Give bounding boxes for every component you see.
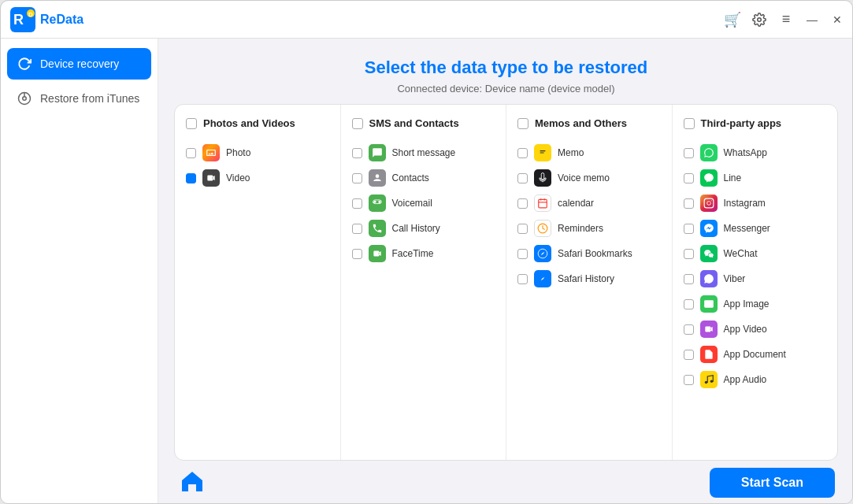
item-contacts[interactable]: Contacts bbox=[352, 165, 495, 191]
instagram-icon bbox=[700, 195, 718, 212]
settings-icon[interactable] bbox=[751, 12, 767, 28]
call-history-checkbox[interactable] bbox=[352, 224, 362, 234]
third-party-title: Third-party apps bbox=[701, 117, 782, 129]
minimize-button[interactable]: — bbox=[805, 13, 819, 27]
item-call-history[interactable]: Call History bbox=[352, 216, 495, 241]
logo-icon: R D bbox=[10, 7, 35, 32]
messenger-icon bbox=[700, 220, 718, 237]
category-photos-videos: Photos and Videos Photo bbox=[175, 105, 341, 460]
photo-checkbox[interactable] bbox=[186, 148, 196, 158]
reminders-checkbox[interactable] bbox=[517, 224, 528, 234]
titlebar-actions: 🛒 ≡ — ✕ bbox=[725, 12, 844, 28]
calendar-label: calendar bbox=[558, 198, 594, 209]
voicemail-icon bbox=[369, 195, 386, 212]
menu-icon[interactable]: ≡ bbox=[778, 12, 794, 28]
home-button[interactable] bbox=[177, 466, 207, 499]
item-facetime[interactable]: FaceTime bbox=[352, 241, 495, 266]
facetime-icon bbox=[369, 245, 386, 262]
memos-others-checkbox[interactable] bbox=[517, 118, 528, 129]
voicemail-label: Voicemail bbox=[392, 198, 432, 209]
whatsapp-label: WhatsApp bbox=[724, 147, 767, 158]
messenger-checkbox[interactable] bbox=[684, 224, 694, 234]
messenger-label: Messenger bbox=[724, 223, 770, 234]
wechat-label: WeChat bbox=[724, 248, 758, 259]
sidebar-item-restore-itunes[interactable]: Restore from iTunes bbox=[7, 83, 151, 114]
photos-videos-checkbox[interactable] bbox=[186, 118, 197, 129]
app-image-label: App Image bbox=[724, 298, 770, 309]
cart-icon[interactable]: 🛒 bbox=[725, 12, 740, 28]
item-messenger[interactable]: Messenger bbox=[684, 216, 827, 241]
item-wechat[interactable]: WeChat bbox=[684, 241, 827, 266]
item-app-image[interactable]: App Image bbox=[684, 291, 827, 317]
item-memo[interactable]: Memo bbox=[517, 140, 661, 165]
app-document-checkbox[interactable] bbox=[684, 350, 694, 360]
item-viber[interactable]: Viber bbox=[684, 266, 827, 291]
whatsapp-checkbox[interactable] bbox=[684, 148, 694, 158]
sms-contacts-title: SMS and Contacts bbox=[369, 117, 459, 129]
contacts-label: Contacts bbox=[392, 172, 429, 183]
svg-point-9 bbox=[378, 201, 380, 203]
safari-history-checkbox[interactable] bbox=[517, 274, 528, 284]
svg-text:D: D bbox=[28, 11, 33, 18]
memo-icon bbox=[534, 144, 551, 161]
close-button[interactable]: ✕ bbox=[830, 13, 844, 27]
safari-bookmarks-icon bbox=[534, 245, 551, 262]
item-calendar[interactable]: calendar bbox=[517, 191, 661, 216]
item-safari-history[interactable]: Safari History bbox=[517, 266, 661, 291]
video-label: Video bbox=[226, 172, 250, 183]
short-message-checkbox[interactable] bbox=[352, 148, 362, 158]
content-area: Select the data type to be restored Conn… bbox=[158, 39, 853, 504]
device-subtitle: Connected device: Device name (device mo… bbox=[158, 83, 853, 94]
line-checkbox[interactable] bbox=[684, 173, 694, 183]
app-video-icon bbox=[700, 321, 718, 338]
item-voice-memo[interactable]: Voice memo bbox=[517, 165, 661, 191]
itunes-icon bbox=[17, 91, 32, 106]
photos-videos-title: Photos and Videos bbox=[203, 117, 295, 129]
voice-memo-checkbox[interactable] bbox=[517, 173, 528, 183]
item-reminders[interactable]: Reminders bbox=[517, 216, 661, 241]
third-party-checkbox[interactable] bbox=[684, 118, 695, 129]
app-image-checkbox[interactable] bbox=[684, 299, 694, 309]
item-app-audio[interactable]: App Audio bbox=[684, 367, 827, 392]
item-photo[interactable]: Photo bbox=[186, 140, 329, 165]
viber-checkbox[interactable] bbox=[684, 274, 694, 284]
item-video[interactable]: Video bbox=[186, 165, 329, 191]
safari-bookmarks-checkbox[interactable] bbox=[517, 249, 528, 259]
calendar-checkbox[interactable] bbox=[517, 198, 528, 209]
call-history-icon bbox=[369, 220, 386, 237]
instagram-label: Instagram bbox=[724, 198, 766, 209]
item-safari-bookmarks[interactable]: Safari Bookmarks bbox=[517, 241, 661, 266]
contacts-checkbox[interactable] bbox=[352, 173, 362, 183]
item-voicemail[interactable]: Voicemail bbox=[352, 191, 495, 216]
app-logo: R D ReData bbox=[10, 7, 83, 32]
item-whatsapp[interactable]: WhatsApp bbox=[684, 140, 827, 165]
sidebar-item-device-recovery[interactable]: Device recovery bbox=[7, 48, 151, 80]
instagram-checkbox[interactable] bbox=[684, 198, 694, 209]
app-window: R D ReData 🛒 ≡ — ✕ bbox=[1, 1, 853, 504]
memo-checkbox[interactable] bbox=[517, 148, 528, 158]
viber-label: Viber bbox=[724, 273, 746, 284]
memo-label: Memo bbox=[558, 147, 584, 158]
item-app-video[interactable]: App Video bbox=[684, 317, 827, 342]
svg-rect-10 bbox=[539, 199, 547, 208]
viber-icon bbox=[700, 270, 718, 287]
app-audio-checkbox[interactable] bbox=[684, 375, 694, 385]
svg-rect-17 bbox=[704, 198, 714, 208]
item-app-document[interactable]: App Document bbox=[684, 342, 827, 367]
app-audio-icon bbox=[700, 371, 718, 388]
start-scan-button[interactable]: Start Scan bbox=[710, 468, 835, 498]
voicemail-checkbox[interactable] bbox=[352, 198, 362, 209]
facetime-checkbox[interactable] bbox=[352, 249, 362, 259]
reminders-icon bbox=[534, 220, 551, 237]
app-video-checkbox[interactable] bbox=[684, 324, 694, 335]
titlebar: R D ReData 🛒 ≡ — ✕ bbox=[1, 1, 853, 39]
svg-point-6 bbox=[23, 97, 27, 101]
wechat-checkbox[interactable] bbox=[684, 249, 694, 259]
short-message-label: Short message bbox=[392, 147, 456, 158]
app-video-label: App Video bbox=[724, 324, 767, 335]
item-line[interactable]: Line bbox=[684, 165, 827, 191]
video-checkbox[interactable] bbox=[186, 173, 196, 183]
sms-contacts-checkbox[interactable] bbox=[352, 118, 363, 129]
item-instagram[interactable]: Instagram bbox=[684, 191, 827, 216]
item-short-message[interactable]: Short message bbox=[352, 140, 495, 165]
